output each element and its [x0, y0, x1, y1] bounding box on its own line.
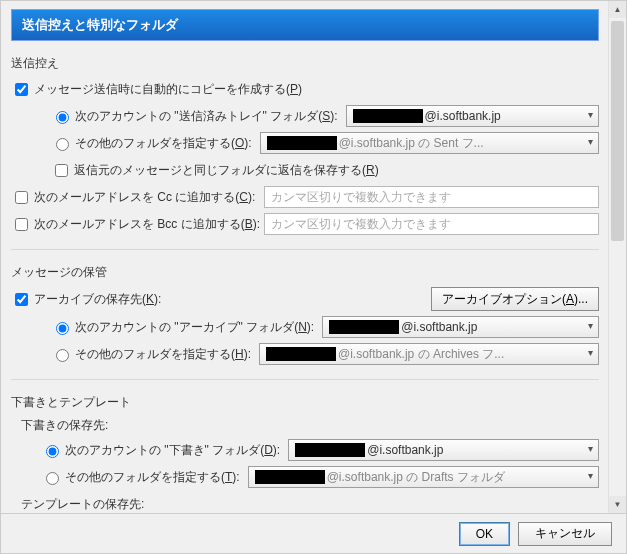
auto-copy-checkbox[interactable] [15, 83, 28, 96]
archive-other-label: その他のフォルダを指定する(H): [75, 346, 251, 363]
group-copies-label: 送信控え [11, 55, 599, 72]
archive-keep-checkbox[interactable] [15, 293, 28, 306]
auto-copy-label: メッセージ送信時に自動的にコピーを作成する(P) [34, 81, 302, 98]
archive-folder-combo[interactable]: @i.softbank.jp [322, 316, 599, 338]
bcc-row: 次のメールアドレスを Bcc に追加する(B): [11, 213, 599, 235]
auto-copy-row: メッセージ送信時に自動的にコピーを作成する(P) [11, 78, 599, 100]
content-area: 送信控えと特別なフォルダ 送信控え メッセージ送信時に自動的にコピーを作成する(… [1, 1, 609, 513]
bcc-label: 次のメールアドレスを Bcc に追加する(B): [34, 216, 264, 233]
archive-keep-row: アーカイブの保存先(K): アーカイブオプション(A)... [11, 287, 599, 311]
group-drafts-label: 下書きとテンプレート [11, 394, 599, 411]
dialog-button-bar: OK キャンセル [1, 513, 626, 553]
redacted-account [329, 320, 399, 334]
cc-checkbox[interactable] [15, 191, 28, 204]
redacted-account [295, 443, 365, 457]
sent-other-label: その他のフォルダを指定する(O): [75, 135, 252, 152]
sent-other-combo[interactable]: @i.softbank.jp の Sent フ... [260, 132, 599, 154]
sent-folder-combo[interactable]: @i.softbank.jp [346, 105, 599, 127]
cc-label: 次のメールアドレスを Cc に追加する(C): [34, 189, 264, 206]
separator [11, 379, 599, 380]
sent-folder-label: 次のアカウントの "送信済みトレイ" フォルダ(S): [75, 108, 338, 125]
drafts-folder-radio[interactable] [46, 445, 59, 458]
drafts-folder-combo[interactable]: @i.softbank.jp [288, 439, 599, 461]
bcc-input[interactable] [264, 213, 599, 235]
sent-folder-row: 次のアカウントの "送信済みトレイ" フォルダ(S): @i.softbank.… [51, 105, 599, 127]
templates-sub-label: テンプレートの保存先: [21, 496, 599, 513]
archive-folder-label: 次のアカウントの "アーカイブ" フォルダ(N): [75, 319, 314, 336]
sent-folder-radio[interactable] [56, 111, 69, 124]
sent-other-radio[interactable] [56, 138, 69, 151]
archive-options-button[interactable]: アーカイブオプション(A)... [431, 287, 599, 311]
drafts-folder-label: 次のアカウントの "下書き" フォルダ(D): [65, 442, 280, 459]
vertical-scrollbar[interactable]: ▲ ▼ [608, 1, 626, 513]
reply-same-row: 返信元のメッセージと同じフォルダに返信を保存する(R) [51, 159, 599, 181]
cc-input[interactable] [264, 186, 599, 208]
drafts-sub-label: 下書きの保存先: [21, 417, 599, 434]
reply-same-label: 返信元のメッセージと同じフォルダに返信を保存する(R) [74, 162, 379, 179]
archive-folder-radio[interactable] [56, 322, 69, 335]
section-header: 送信控えと特別なフォルダ [11, 9, 599, 41]
group-archive-label: メッセージの保管 [11, 264, 599, 281]
scroll-down-arrow-icon[interactable]: ▼ [609, 496, 626, 513]
sent-other-row: その他のフォルダを指定する(O): @i.softbank.jp の Sent … [51, 132, 599, 154]
archive-other-radio[interactable] [56, 349, 69, 362]
bcc-checkbox[interactable] [15, 218, 28, 231]
dialog-window: 送信控えと特別なフォルダ 送信控え メッセージ送信時に自動的にコピーを作成する(… [0, 0, 627, 554]
cancel-button[interactable]: キャンセル [518, 522, 612, 546]
cc-row: 次のメールアドレスを Cc に追加する(C): [11, 186, 599, 208]
scroll-thumb[interactable] [611, 21, 624, 241]
drafts-other-row: その他のフォルダを指定する(T): @i.softbank.jp の Draft… [41, 466, 599, 488]
archive-folder-row: 次のアカウントの "アーカイブ" フォルダ(N): @i.softbank.jp [51, 316, 599, 338]
archive-other-combo[interactable]: @i.softbank.jp の Archives フ... [259, 343, 599, 365]
ok-button[interactable]: OK [459, 522, 510, 546]
archive-keep-label: アーカイブの保存先(K): [34, 291, 161, 308]
redacted-account [267, 136, 337, 150]
drafts-other-label: その他のフォルダを指定する(T): [65, 469, 240, 486]
redacted-account [255, 470, 325, 484]
scroll-up-arrow-icon[interactable]: ▲ [609, 1, 626, 18]
drafts-folder-row: 次のアカウントの "下書き" フォルダ(D): @i.softbank.jp [41, 439, 599, 461]
drafts-other-combo[interactable]: @i.softbank.jp の Drafts フォルダ [248, 466, 599, 488]
drafts-other-radio[interactable] [46, 472, 59, 485]
redacted-account [353, 109, 423, 123]
section-title: 送信控えと特別なフォルダ [22, 17, 178, 32]
separator [11, 249, 599, 250]
reply-same-checkbox[interactable] [55, 164, 68, 177]
archive-other-row: その他のフォルダを指定する(H): @i.softbank.jp の Archi… [51, 343, 599, 365]
redacted-account [266, 347, 336, 361]
